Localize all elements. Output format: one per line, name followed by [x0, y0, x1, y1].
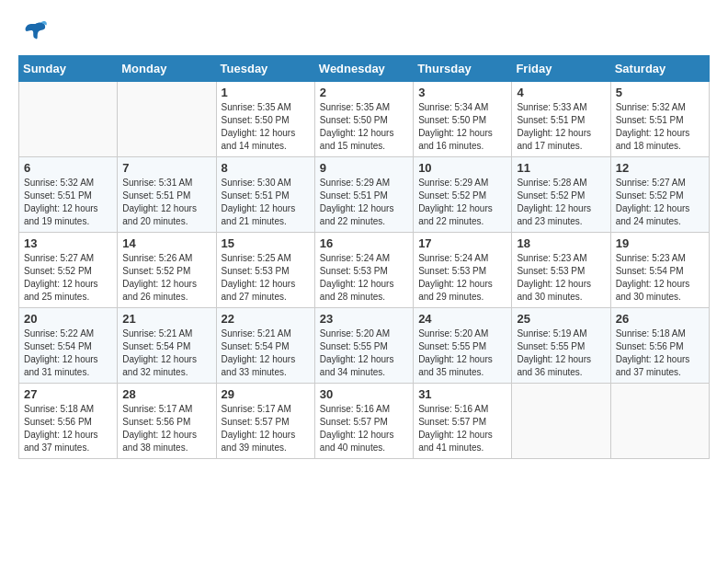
day-info: Sunrise: 5:16 AMSunset: 5:57 PMDaylight:…	[418, 403, 506, 454]
week-row-2: 6 Sunrise: 5:32 AMSunset: 5:51 PMDayligh…	[19, 157, 710, 233]
col-header-friday: Friday	[512, 56, 610, 82]
col-header-saturday: Saturday	[610, 56, 709, 82]
day-cell: 10 Sunrise: 5:29 AMSunset: 5:52 PMDaylig…	[414, 157, 512, 233]
day-cell: 2 Sunrise: 5:35 AMSunset: 5:50 PMDayligh…	[314, 82, 413, 157]
day-info: Sunrise: 5:17 AMSunset: 5:56 PMDaylight:…	[122, 403, 210, 454]
day-info: Sunrise: 5:20 AMSunset: 5:55 PMDaylight:…	[418, 327, 506, 379]
day-number: 6	[24, 161, 112, 175]
logo-bird-icon	[20, 18, 48, 46]
calendar-table: SundayMondayTuesdayWednesdayThursdayFrid…	[18, 55, 710, 459]
day-cell: 20 Sunrise: 5:22 AMSunset: 5:54 PMDaylig…	[19, 308, 118, 384]
day-number: 24	[418, 312, 506, 326]
day-number: 9	[320, 161, 408, 175]
day-cell: 15 Sunrise: 5:25 AMSunset: 5:53 PMDaylig…	[216, 233, 314, 308]
day-info: Sunrise: 5:26 AMSunset: 5:52 PMDaylight:…	[122, 252, 210, 304]
day-cell: 8 Sunrise: 5:30 AMSunset: 5:51 PMDayligh…	[216, 157, 314, 233]
day-info: Sunrise: 5:32 AMSunset: 5:51 PMDaylight:…	[616, 101, 704, 153]
day-number: 19	[616, 236, 704, 250]
day-number: 8	[222, 161, 310, 175]
week-row-5: 27 Sunrise: 5:18 AMSunset: 5:56 PMDaylig…	[19, 384, 710, 459]
day-info: Sunrise: 5:18 AMSunset: 5:56 PMDaylight:…	[24, 403, 112, 454]
day-info: Sunrise: 5:24 AMSunset: 5:53 PMDaylight:…	[418, 252, 506, 304]
day-info: Sunrise: 5:29 AMSunset: 5:51 PMDaylight:…	[320, 177, 408, 228]
day-info: Sunrise: 5:35 AMSunset: 5:50 PMDaylight:…	[320, 101, 408, 153]
day-info: Sunrise: 5:17 AMSunset: 5:57 PMDaylight:…	[222, 403, 310, 454]
day-number: 31	[418, 387, 506, 401]
day-cell: 13 Sunrise: 5:27 AMSunset: 5:52 PMDaylig…	[19, 233, 118, 308]
day-cell: 4 Sunrise: 5:33 AMSunset: 5:51 PMDayligh…	[512, 82, 610, 157]
day-number: 25	[517, 312, 605, 326]
day-number: 11	[517, 161, 605, 175]
day-info: Sunrise: 5:30 AMSunset: 5:51 PMDaylight:…	[222, 177, 310, 228]
day-number: 14	[122, 236, 210, 250]
day-number: 3	[418, 86, 506, 99]
day-info: Sunrise: 5:21 AMSunset: 5:54 PMDaylight:…	[222, 327, 310, 379]
day-number: 7	[122, 161, 210, 175]
day-number: 21	[122, 312, 210, 326]
day-cell	[512, 384, 610, 459]
day-cell: 19 Sunrise: 5:23 AMSunset: 5:54 PMDaylig…	[610, 233, 709, 308]
day-cell: 17 Sunrise: 5:24 AMSunset: 5:53 PMDaylig…	[414, 233, 512, 308]
day-cell: 26 Sunrise: 5:18 AMSunset: 5:56 PMDaylig…	[610, 308, 709, 384]
header-row: SundayMondayTuesdayWednesdayThursdayFrid…	[19, 56, 710, 82]
day-info: Sunrise: 5:21 AMSunset: 5:54 PMDaylight:…	[122, 327, 210, 379]
day-cell: 1 Sunrise: 5:35 AMSunset: 5:50 PMDayligh…	[216, 82, 314, 157]
day-cell: 31 Sunrise: 5:16 AMSunset: 5:57 PMDaylig…	[414, 384, 512, 459]
day-number: 20	[24, 312, 112, 326]
day-info: Sunrise: 5:24 AMSunset: 5:53 PMDaylight:…	[320, 252, 408, 304]
day-info: Sunrise: 5:19 AMSunset: 5:55 PMDaylight:…	[517, 327, 605, 379]
day-number: 13	[24, 236, 112, 250]
day-info: Sunrise: 5:33 AMSunset: 5:51 PMDaylight:…	[517, 101, 605, 153]
col-header-sunday: Sunday	[19, 56, 118, 82]
day-number: 23	[320, 312, 408, 326]
day-info: Sunrise: 5:32 AMSunset: 5:51 PMDaylight:…	[24, 177, 112, 228]
day-number: 17	[418, 236, 506, 250]
day-number: 15	[222, 236, 310, 250]
week-row-1: 1 Sunrise: 5:35 AMSunset: 5:50 PMDayligh…	[19, 82, 710, 157]
logo	[18, 18, 48, 46]
day-number: 10	[418, 161, 506, 175]
day-number: 28	[122, 387, 210, 401]
col-header-wednesday: Wednesday	[314, 56, 413, 82]
col-header-tuesday: Tuesday	[216, 56, 314, 82]
day-number: 22	[222, 312, 310, 326]
day-number: 1	[222, 86, 310, 99]
day-cell: 21 Sunrise: 5:21 AMSunset: 5:54 PMDaylig…	[118, 308, 216, 384]
day-cell: 22 Sunrise: 5:21 AMSunset: 5:54 PMDaylig…	[216, 308, 314, 384]
day-cell: 24 Sunrise: 5:20 AMSunset: 5:55 PMDaylig…	[414, 308, 512, 384]
day-info: Sunrise: 5:34 AMSunset: 5:50 PMDaylight:…	[418, 101, 506, 153]
day-number: 27	[24, 387, 112, 401]
day-info: Sunrise: 5:27 AMSunset: 5:52 PMDaylight:…	[24, 252, 112, 304]
day-info: Sunrise: 5:35 AMSunset: 5:50 PMDaylight:…	[222, 101, 310, 153]
day-number: 29	[222, 387, 310, 401]
day-cell: 27 Sunrise: 5:18 AMSunset: 5:56 PMDaylig…	[19, 384, 118, 459]
page-header	[18, 18, 710, 46]
day-number: 2	[320, 86, 408, 99]
day-cell: 23 Sunrise: 5:20 AMSunset: 5:55 PMDaylig…	[314, 308, 413, 384]
day-number: 26	[616, 312, 704, 326]
day-number: 30	[320, 387, 408, 401]
day-info: Sunrise: 5:23 AMSunset: 5:53 PMDaylight:…	[517, 252, 605, 304]
day-info: Sunrise: 5:18 AMSunset: 5:56 PMDaylight:…	[616, 327, 704, 379]
day-cell: 25 Sunrise: 5:19 AMSunset: 5:55 PMDaylig…	[512, 308, 610, 384]
day-cell: 18 Sunrise: 5:23 AMSunset: 5:53 PMDaylig…	[512, 233, 610, 308]
day-cell: 16 Sunrise: 5:24 AMSunset: 5:53 PMDaylig…	[314, 233, 413, 308]
day-cell: 28 Sunrise: 5:17 AMSunset: 5:56 PMDaylig…	[118, 384, 216, 459]
day-cell: 7 Sunrise: 5:31 AMSunset: 5:51 PMDayligh…	[118, 157, 216, 233]
day-info: Sunrise: 5:31 AMSunset: 5:51 PMDaylight:…	[122, 177, 210, 228]
day-number: 5	[616, 86, 704, 99]
day-cell: 11 Sunrise: 5:28 AMSunset: 5:52 PMDaylig…	[512, 157, 610, 233]
day-cell: 6 Sunrise: 5:32 AMSunset: 5:51 PMDayligh…	[19, 157, 118, 233]
day-number: 12	[616, 161, 704, 175]
day-cell	[19, 82, 118, 157]
day-info: Sunrise: 5:25 AMSunset: 5:53 PMDaylight:…	[222, 252, 310, 304]
day-info: Sunrise: 5:20 AMSunset: 5:55 PMDaylight:…	[320, 327, 408, 379]
day-cell: 30 Sunrise: 5:16 AMSunset: 5:57 PMDaylig…	[314, 384, 413, 459]
col-header-thursday: Thursday	[414, 56, 512, 82]
day-number: 4	[517, 86, 605, 99]
day-info: Sunrise: 5:29 AMSunset: 5:52 PMDaylight:…	[418, 177, 506, 228]
day-info: Sunrise: 5:27 AMSunset: 5:52 PMDaylight:…	[616, 177, 704, 228]
day-cell: 9 Sunrise: 5:29 AMSunset: 5:51 PMDayligh…	[314, 157, 413, 233]
week-row-4: 20 Sunrise: 5:22 AMSunset: 5:54 PMDaylig…	[19, 308, 710, 384]
day-number: 18	[517, 236, 605, 250]
